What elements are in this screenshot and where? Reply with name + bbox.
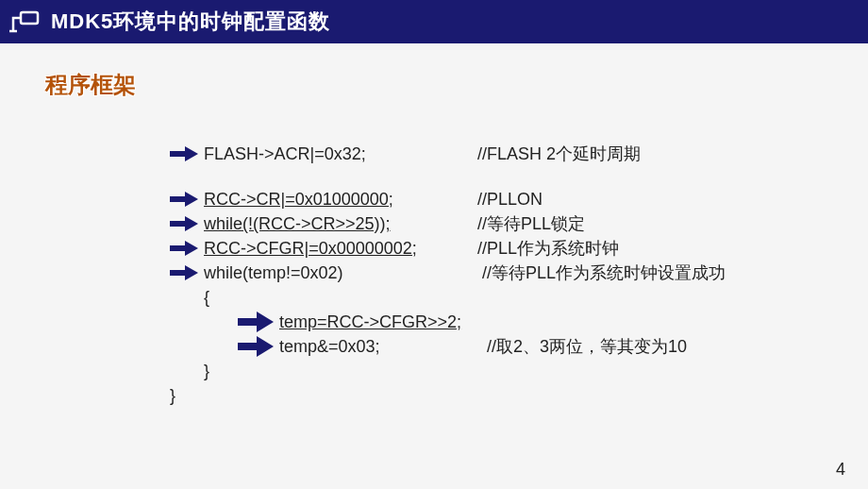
svg-rect-14 (238, 343, 257, 350)
comment-text: //PLL作为系统时钟 (477, 236, 619, 261)
arrow-icon (170, 216, 204, 231)
svg-marker-9 (185, 241, 198, 256)
arrow-icon (170, 265, 204, 280)
svg-rect-4 (170, 196, 185, 202)
outer-brace-close: } (170, 383, 726, 408)
comment-text: //等待PLL锁定 (477, 211, 585, 236)
svg-marker-11 (185, 265, 198, 280)
svg-rect-2 (170, 151, 185, 157)
code-text: RCC->CR|=0x01000000; (204, 187, 477, 211)
brace-open: { (170, 285, 726, 310)
arrow-icon (170, 146, 204, 161)
code-line-1: FLASH->ACR|=0x32; //FLASH 2个延时周期 (170, 142, 726, 166)
code-line-3: while(!(RCC->CR>>25)); //等待PLL锁定 (170, 211, 726, 236)
svg-marker-7 (185, 216, 198, 231)
arrow-icon (170, 192, 204, 207)
svg-marker-3 (185, 146, 198, 161)
svg-rect-10 (170, 270, 185, 276)
svg-marker-15 (257, 336, 274, 357)
code-line-7: temp&=0x03; //取2、3两位，等其变为10 (170, 334, 726, 359)
page-number: 4 (836, 460, 845, 480)
code-text: while(temp!=0x02) (204, 261, 477, 285)
code-line-5: while(temp!=0x02) //等待PLL作为系统时钟设置成功 (170, 261, 726, 285)
code-line-4: RCC->CFGR|=0x00000002; //PLL作为系统时钟 (170, 236, 726, 261)
arrow-icon (238, 312, 279, 332)
header-icon (8, 8, 42, 35)
slide-subtitle: 程序框架 (45, 70, 868, 100)
svg-rect-6 (170, 221, 185, 227)
code-line-2: RCC->CR|=0x01000000; //PLLON (170, 187, 726, 211)
svg-marker-5 (185, 192, 198, 207)
code-text: temp=RCC->CFGR>>2; (279, 310, 487, 334)
code-text: RCC->CFGR|=0x00000002; (204, 236, 477, 261)
comment-text: //PLLON (477, 187, 542, 211)
comment-text: //FLASH 2个延时周期 (477, 142, 641, 166)
code-text: temp&=0x03; (279, 334, 487, 359)
slide-title: MDK5环境中的时钟配置函数 (51, 8, 330, 36)
code-text: FLASH->ACR|=0x32; (204, 142, 477, 166)
arrow-icon (170, 241, 204, 256)
comment-text: //取2、3两位，等其变为10 (487, 334, 687, 359)
svg-rect-8 (170, 245, 185, 251)
brace-close: } (170, 359, 726, 383)
svg-rect-0 (21, 12, 38, 24)
code-block: FLASH->ACR|=0x32; //FLASH 2个延时周期 RCC->CR… (170, 142, 726, 408)
svg-marker-13 (257, 312, 274, 332)
comment-text: //等待PLL作为系统时钟设置成功 (477, 261, 726, 285)
code-text: while(!(RCC->CR>>25)); (204, 211, 477, 236)
svg-rect-12 (238, 318, 257, 326)
code-line-6: temp=RCC->CFGR>>2; (170, 310, 726, 334)
slide-header: MDK5环境中的时钟配置函数 (0, 0, 868, 43)
spacer (170, 166, 726, 187)
arrow-icon (238, 336, 279, 357)
